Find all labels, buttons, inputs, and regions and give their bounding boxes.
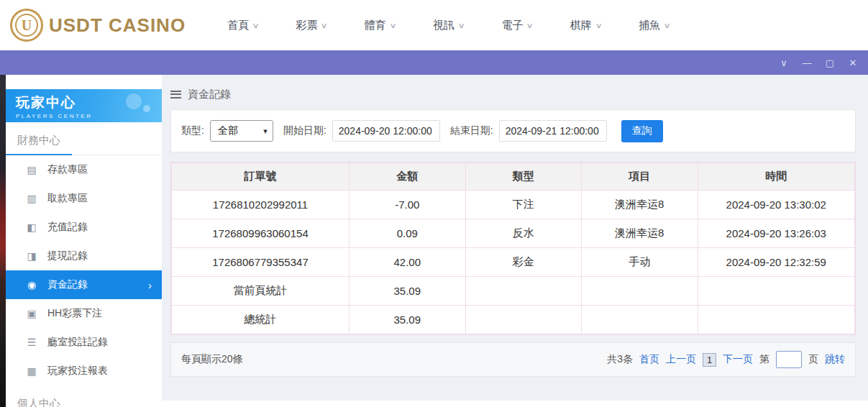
page-title: 資金記錄 [188, 88, 231, 101]
decor-circle [143, 105, 150, 112]
table-cell [582, 306, 698, 334]
sidebar-item-label: 資金記錄 [47, 278, 88, 291]
type-select-value: 全部 [218, 124, 238, 137]
start-date-input[interactable] [332, 120, 440, 142]
background-photo [0, 75, 6, 407]
table-row: 17268099630601540.09反水澳洲幸运82024-09-20 13… [172, 219, 855, 248]
deposit-icon: ▤ [26, 164, 37, 175]
column-header: 時間 [698, 163, 855, 191]
withdraw-icon: ▥ [26, 193, 37, 204]
first-page-link[interactable]: 首页 [639, 353, 659, 366]
page-jump-input[interactable] [776, 351, 802, 368]
table-cell: 42.00 [350, 248, 466, 277]
main-panel: 資金記錄 類型: 全部 ▾ 開始日期: 結束日期: 查詢 訂單號金額類型項目時間… [162, 75, 868, 401]
table-cell: 2024-09-20 13:26:03 [698, 219, 855, 248]
table-cell [698, 306, 855, 334]
prev-page-link[interactable]: 上一页 [666, 353, 696, 366]
nav-item[interactable]: 棋牌∨ [570, 19, 601, 32]
total-count: 共3条 [607, 353, 633, 366]
nav-item[interactable]: 視訊∨ [433, 19, 464, 32]
menu-icon[interactable] [170, 91, 181, 99]
table-cell: 澳洲幸运8 [582, 219, 698, 248]
maximize-icon[interactable]: ▢ [825, 58, 835, 68]
nav-item[interactable]: 首頁∨ [227, 19, 258, 32]
chevron-down-icon: ∨ [389, 22, 396, 29]
table-cell: 反水 [465, 219, 582, 248]
table-row: 總統計35.09 [172, 306, 855, 334]
section-label: 個人中心 [17, 397, 60, 407]
sidebar-item[interactable]: ▤存款專區 [6, 155, 162, 184]
logo-text: USDT CASINO [49, 14, 186, 37]
table-cell: 1726809963060154 [172, 219, 350, 248]
sidebar-item-label: HH彩票下注 [47, 307, 102, 320]
window-titlebar: ∨ — ▢ ✕ [0, 50, 868, 75]
nav-item[interactable]: 捕魚∨ [639, 19, 670, 32]
table-cell [698, 277, 855, 306]
table-cell: 當前頁統計 [172, 277, 350, 306]
sidebar-item[interactable]: ◧充值記錄 [6, 213, 162, 242]
bet-report-icon: ▦ [26, 365, 37, 377]
nav-item[interactable]: 電子∨ [501, 19, 532, 32]
sidebar: 玩家中心 PLAYERS CENTER 財務中心 ▤存款專區▥取款專區◧充值記錄… [6, 75, 162, 407]
table-header-row: 訂單號金額類型項目時間 [172, 163, 855, 191]
close-icon[interactable]: ✕ [848, 58, 858, 68]
query-button[interactable]: 查詢 [621, 120, 663, 142]
table-cell: 2024-09-20 12:32:59 [698, 248, 855, 277]
table-row: 172680677935534742.00彩金手动2024-09-20 12:3… [172, 248, 855, 277]
column-header: 項目 [582, 163, 698, 191]
sidebar-item[interactable]: ☰廳室投註記錄 [6, 328, 162, 357]
sidebar-subtitle: PLAYERS CENTER [16, 113, 162, 119]
chevron-down-icon: ∨ [252, 22, 260, 29]
jump-link[interactable]: 跳转 [825, 353, 845, 366]
nav-item-label: 視訊 [433, 19, 454, 32]
table-cell: 手动 [582, 248, 698, 277]
nav-item[interactable]: 彩票∨ [296, 19, 326, 32]
table-cell: 1726806779355347 [172, 248, 350, 277]
sidebar-item[interactable]: ◉資金記錄› [6, 270, 162, 299]
cashout-record-icon: ◨ [26, 250, 37, 262]
current-page[interactable]: 1 [703, 353, 716, 367]
nav-item[interactable]: 體育∨ [365, 19, 396, 32]
records-table: 訂單號金額類型項目時間 1726810202992011-7.00下注澳洲幸运8… [170, 162, 856, 335]
table-cell: 2024-09-20 13:30:02 [698, 191, 855, 219]
chevron-down-icon: ∨ [458, 22, 465, 29]
type-select[interactable]: 全部 ▾ [210, 120, 273, 142]
logo[interactable]: U USDT CASINO [10, 9, 186, 42]
content-area: 玩家中心 PLAYERS CENTER 財務中心 ▤存款專區▥取款專區◧充值記錄… [0, 75, 868, 407]
logo-letter: U [15, 14, 38, 37]
lottery-bet-icon: ▣ [26, 308, 37, 319]
end-date-input[interactable] [499, 120, 607, 142]
breadcrumb: 資金記錄 [170, 82, 856, 106]
decor-circle [126, 93, 142, 109]
table-cell [582, 277, 698, 306]
pagination-bar: 每頁顯示20條 共3条 首页 上一页 1 下一页 第 页 跳转 [170, 342, 856, 377]
column-header: 金額 [350, 163, 466, 191]
nav-item-label: 首頁 [227, 19, 249, 32]
sidebar-item-label: 充值記錄 [47, 221, 88, 234]
sidebar-item-label: 玩家投注報表 [47, 365, 108, 378]
next-page-link[interactable]: 下一页 [723, 353, 753, 366]
sidebar-item[interactable]: ◨提現記錄 [6, 242, 162, 270]
players-center-banner: 玩家中心 PLAYERS CENTER [6, 89, 162, 122]
nav-item-label: 棋牌 [570, 19, 592, 32]
sidebar-item[interactable]: ▦玩家投注報表 [6, 357, 162, 385]
minimize-icon[interactable]: — [802, 58, 812, 68]
sidebar-item-label: 存款專區 [47, 163, 88, 176]
section-label: 財務中心 [17, 134, 60, 146]
column-header: 類型 [465, 163, 582, 191]
end-date-label: 結束日期: [450, 124, 493, 137]
sidebar-item-label: 廳室投註記錄 [47, 336, 108, 349]
pagination-controls: 共3条 首页 上一页 1 下一页 第 页 跳转 [607, 351, 845, 368]
sidebar-item[interactable]: ▣HH彩票下注 [6, 299, 162, 328]
page-size-label: 每頁顯示20條 [181, 353, 243, 366]
nav-item-label: 體育 [365, 19, 386, 32]
table-cell: 1726810202992011 [172, 191, 350, 219]
chevron-right-icon: › [148, 279, 152, 291]
sidebar-item[interactable]: ▥取款專區 [6, 184, 162, 213]
collapse-icon[interactable]: ∨ [779, 58, 789, 68]
sidebar-item-label: 取款專區 [47, 192, 88, 205]
table-cell: 0.09 [350, 219, 466, 248]
start-date-label: 開始日期: [283, 124, 326, 137]
chevron-down-icon: ∨ [321, 22, 328, 29]
nav-item-label: 捕魚 [639, 19, 660, 32]
